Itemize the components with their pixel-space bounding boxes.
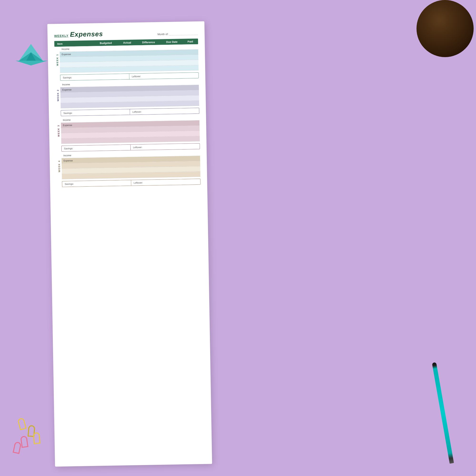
- week-3-row-4-cell-6: [186, 133, 199, 134]
- week-1-row-4-cell-3: [121, 64, 139, 64]
- week-4-section: Week 4IncomeExpense: [56, 151, 200, 179]
- week-3-row-5-cell-4: [141, 139, 164, 140]
- week-4-row-4-cell-6: [187, 169, 200, 169]
- week-1-row-3-cell-3: [121, 58, 139, 59]
- week-1-savings-label: Savings:: [60, 74, 130, 81]
- week-4-row-1-cell-5: [164, 153, 186, 154]
- week-4-row-3-cell-4: [141, 164, 164, 165]
- week-3-row-5-cell-3: [122, 140, 141, 140]
- week-3-row-4-cell-2: [99, 135, 122, 135]
- week-2-row-1-cell-3: [121, 83, 140, 84]
- week-4-row-2-cell-5: [164, 158, 186, 159]
- week-1-row-5-cell-1: [60, 69, 98, 70]
- coffee-cup-decoration: [416, 0, 474, 57]
- week-4-label: Week 4: [58, 160, 60, 172]
- week-2-label: Week 2: [56, 89, 59, 102]
- week-3-row-2-cell-2: [99, 124, 122, 125]
- week-2-row-4-cell-4: [140, 99, 163, 99]
- week-4-row-1-cell-6: [186, 153, 200, 153]
- document-header: WEEKLY Expenses Month of:: [54, 29, 198, 39]
- week-2-row-5-cell-1: [61, 105, 99, 106]
- week-4-savings-label: Savings:: [62, 180, 131, 187]
- week-1-savings-row: Savings:Leftover:: [60, 72, 199, 81]
- week-1-label: Week 1: [56, 54, 59, 66]
- week-3-leftover-label: Leftover:: [131, 143, 200, 150]
- week-3-row-2-cell-3: [122, 124, 141, 124]
- weekly-expenses-document: WEEKLY Expenses Month of: Item Budgeted …: [47, 21, 212, 466]
- week-1-row-3-cell-1: [60, 59, 98, 60]
- week-2-rows: IncomeExpense: [60, 80, 199, 108]
- week-1-row-3-cell-6: [185, 57, 198, 57]
- week-4-row-5-cell-2: [100, 175, 122, 176]
- weeks-container: Week 1IncomeExpenseSavings:Leftover:Week…: [54, 44, 200, 187]
- week-4-row-4-cell-1: [62, 171, 100, 171]
- week-1-row-5-cell-5: [162, 68, 185, 68]
- week-4-row-2-cell-3: [122, 159, 141, 160]
- week-2-row-3-cell-1: [61, 95, 99, 95]
- week-3-row-1-cell-6: [186, 118, 199, 118]
- week-1-row-4-cell-4: [139, 63, 162, 64]
- week-4-row-5-cell-1: [62, 176, 100, 177]
- week-2-row-5-cell-3: [121, 104, 140, 104]
- week-1-row-5-cell-4: [140, 68, 162, 69]
- week-1-row-2-cell-6: [185, 52, 198, 52]
- week-3-row-5-cell-2: [100, 140, 122, 140]
- week-3-row-2-cell-5: [163, 123, 186, 123]
- week-2-row-2-cell-4: [140, 88, 163, 88]
- week-2-row-4-cell-6: [186, 98, 199, 98]
- week-3-row-2-cell-4: [141, 123, 163, 124]
- week-4-row-5-cell-3: [122, 175, 141, 175]
- week-3-row-4-cell-4: [141, 134, 164, 135]
- week-1-row-1-cell-3: [120, 48, 139, 48]
- week-2-row-1-cell-2: [99, 84, 121, 84]
- week-1-row-3-cell-2: [98, 59, 121, 59]
- week-2-row-3-cell-3: [121, 94, 140, 94]
- week-2-row-3-cell-6: [186, 93, 199, 93]
- week-2-row-4-cell-2: [99, 99, 121, 100]
- week-4-row-5-cell-5: [164, 174, 187, 175]
- col-actual: Actual: [117, 41, 137, 44]
- week-4-leftover-label: Leftover:: [131, 179, 200, 186]
- week-3-rows: IncomeExpense: [61, 115, 200, 144]
- week-2-label-container: Week 2: [55, 82, 61, 108]
- week-3-row-5-cell-1: [62, 140, 99, 141]
- week-1-row-3-cell-4: [139, 58, 162, 58]
- week-3-row-1-cell-4: [140, 118, 163, 119]
- week-4-row-3-cell-2: [100, 165, 122, 165]
- week-2-row-1-cell-5: [163, 82, 185, 83]
- week-1-row-4-cell-1: [60, 64, 98, 65]
- week-4-row-1-cell-1: Income: [62, 153, 100, 157]
- week-2-row-3-cell-2: [99, 94, 121, 95]
- week-2-row-4-cell-5: [163, 98, 186, 99]
- week-3-row-3-cell-2: [99, 130, 122, 130]
- week-3-row-2-cell-6: [186, 123, 199, 123]
- week-3-row-4-cell-1: [62, 135, 99, 136]
- week-1-row-3-cell-5: [162, 57, 185, 58]
- week-2-row-1-cell-4: [140, 83, 163, 83]
- week-3-row-4-cell-5: [164, 134, 186, 134]
- week-3-savings-label: Savings:: [62, 145, 131, 151]
- week-3-row-3-cell-1: [62, 130, 99, 131]
- week-1-row-2-cell-1: Expense: [60, 52, 98, 56]
- week-1-label-container: Week 1: [54, 47, 60, 73]
- month-label: Month of:: [157, 33, 169, 36]
- week-4-row-1-cell-4: [141, 154, 164, 154]
- col-budgeted: Budgeted: [94, 41, 117, 45]
- week-4-row-1-cell-2: [100, 154, 122, 155]
- week-2-row-1-cell-1: Income: [61, 83, 99, 86]
- week-3-row-1-cell-5: [163, 118, 186, 118]
- week-3-savings-row: Savings:Leftover:: [61, 143, 200, 152]
- col-due-date: Due Date: [160, 40, 184, 44]
- week-1-row-2-cell-2: [98, 53, 120, 54]
- col-paid: Paid: [184, 40, 197, 43]
- week-1-row-5-cell-6: [185, 68, 198, 68]
- week-1-row-4-cell-2: [98, 64, 121, 64]
- week-4-row-2-cell-2: [100, 160, 122, 160]
- week-3-section: Week 3IncomeExpense: [56, 115, 200, 144]
- week-2-row-5-cell-4: [140, 104, 163, 104]
- week-2-row-3-cell-5: [163, 93, 186, 93]
- week-1-row-1-cell-4: [139, 47, 162, 48]
- week-3-row-5-cell-6: [186, 138, 199, 139]
- week-4-row-2-cell-6: [186, 158, 200, 158]
- col-item: Item: [55, 42, 94, 45]
